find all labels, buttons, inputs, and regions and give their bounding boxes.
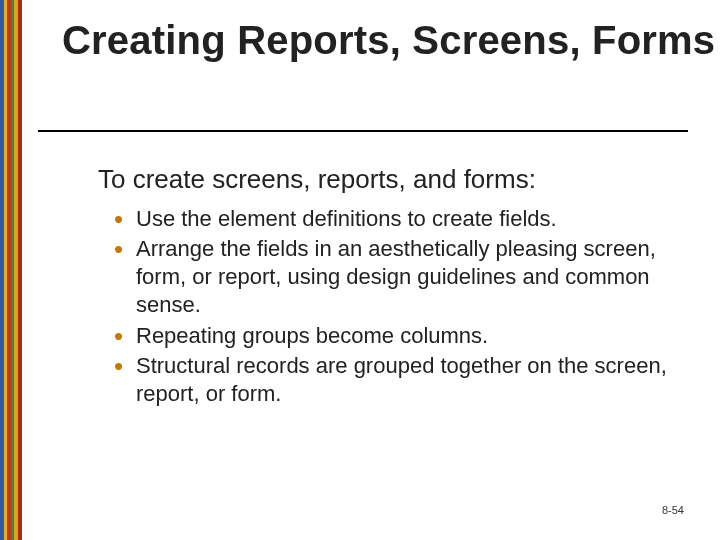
horizontal-rule — [38, 130, 688, 132]
list-item: Structural records are grouped together … — [120, 352, 678, 408]
intro-text: To create screens, reports, and forms: — [98, 164, 678, 195]
list-item: Use the element definitions to create fi… — [120, 205, 678, 233]
page-number: 8-54 — [662, 504, 684, 516]
bullet-list: Use the element definitions to create fi… — [98, 205, 678, 408]
list-item: Arrange the fields in an aesthetically p… — [120, 235, 678, 319]
slide-body: To create screens, reports, and forms: U… — [98, 164, 678, 410]
side-stripe-decoration — [0, 0, 22, 540]
list-item: Repeating groups become columns. — [120, 322, 678, 350]
slide-title: Creating Reports, Screens, Forms — [62, 18, 715, 62]
